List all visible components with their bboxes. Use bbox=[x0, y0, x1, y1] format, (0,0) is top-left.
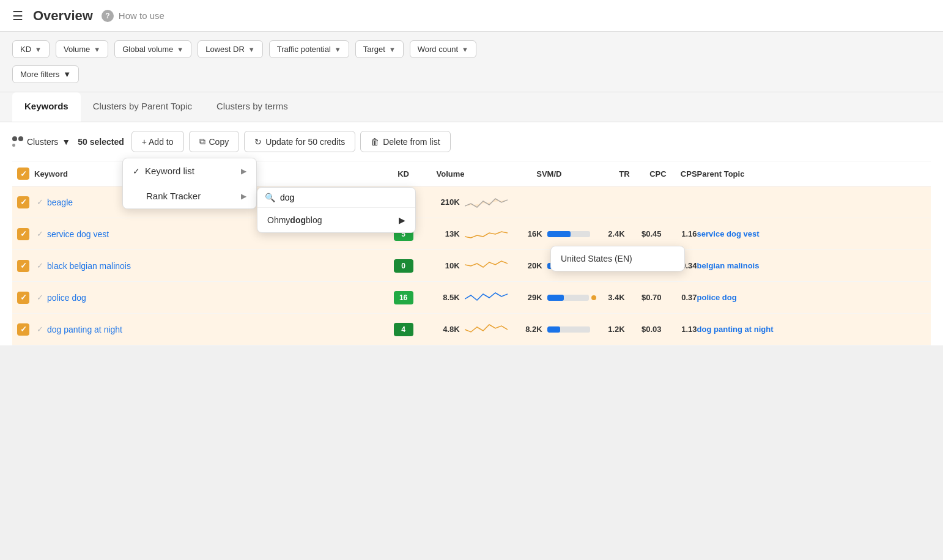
kd-badge: 0 bbox=[394, 259, 413, 273]
keyword-link[interactable]: beagle bbox=[47, 197, 73, 207]
filter-kd-label: KD bbox=[20, 45, 31, 54]
dropdown-item-keyword-list[interactable]: ✓ Keyword list ▶ bbox=[123, 158, 256, 183]
cps-value: 1.13 bbox=[681, 325, 697, 334]
dropdown-menu: ✓ Keyword list ▶ Rank Tracker ▶ bbox=[122, 158, 257, 209]
col-header-sv: SV bbox=[514, 169, 547, 179]
table-row: ✓ ✓ black belgian malinois 0 10K 20K 64K… bbox=[12, 250, 931, 282]
selected-count: 50 selected bbox=[78, 137, 124, 147]
md-bar-fill bbox=[547, 231, 571, 237]
sv-value: 29K bbox=[528, 293, 547, 302]
sv-value bbox=[542, 197, 547, 207]
rank-tracker-label: Rank Tracker bbox=[146, 191, 201, 201]
filter-volume-arrow: ▼ bbox=[94, 46, 100, 53]
chevron-right-icon: ▶ bbox=[241, 192, 246, 201]
sv-value: 20K bbox=[528, 261, 547, 270]
update-label: Update for 50 credits bbox=[265, 137, 345, 147]
help-icon[interactable]: ? bbox=[102, 10, 114, 22]
submenu-bold: dog bbox=[290, 215, 306, 225]
update-icon: ↻ bbox=[254, 137, 262, 147]
select-all-checkbox[interactable]: ✓ bbox=[17, 168, 29, 180]
row-checkbox[interactable]: ✓ bbox=[17, 228, 29, 240]
row-status-icon: ✓ bbox=[37, 325, 43, 334]
row-status-icon: ✓ bbox=[37, 293, 43, 302]
chevron-right-icon: ▶ bbox=[241, 167, 246, 175]
row-checkbox[interactable]: ✓ bbox=[17, 260, 29, 272]
sub-submenu-content: United States (EN) bbox=[550, 246, 685, 271]
submenu-content: 🔍 Ohmydogblog ▶ bbox=[257, 187, 416, 233]
cpc-value bbox=[662, 197, 667, 207]
filter-traffic-potential-label: Traffic potential bbox=[277, 45, 331, 54]
col-header-cpc: CPC bbox=[630, 169, 667, 179]
kd-badge: 4 bbox=[394, 323, 413, 336]
search-box: 🔍 bbox=[257, 188, 415, 208]
col-header-tr: TR bbox=[596, 169, 630, 179]
clusters-button[interactable]: Clusters ▼ bbox=[12, 136, 70, 147]
md-bar-fill bbox=[547, 326, 560, 333]
keyword-link[interactable]: black belgian malinois bbox=[47, 261, 131, 271]
main-content: Clusters ▼ 50 selected + Add to ⧉ Copy ↻… bbox=[0, 122, 943, 345]
md-bar bbox=[547, 326, 590, 333]
parent-topic-link[interactable]: service dog vest bbox=[697, 229, 760, 238]
volume-value: 8.5K bbox=[443, 293, 464, 302]
md-bar bbox=[547, 295, 589, 301]
chevron-right-icon: ▶ bbox=[399, 215, 405, 225]
filter-volume[interactable]: Volume ▼ bbox=[56, 40, 108, 58]
table-row: ✓ ✓ service dog vest 5 13K 16K 2.4K $0.4… bbox=[12, 218, 931, 250]
sparkline-chart bbox=[465, 224, 508, 241]
more-filters-button[interactable]: More filters ▼ bbox=[12, 65, 79, 83]
filter-lowest-dr-label: Lowest DR bbox=[205, 45, 245, 54]
table-row: ✓ ✓ dog panting at night 4 4.8K 8.2K 1.2… bbox=[12, 314, 931, 345]
parent-topic-link[interactable]: belgian malinois bbox=[697, 261, 760, 270]
tab-keywords[interactable]: Keywords bbox=[12, 92, 81, 122]
cps-value: 1.16 bbox=[681, 229, 697, 238]
filter-volume-label: Volume bbox=[64, 45, 90, 54]
row-checkbox[interactable]: ✓ bbox=[17, 292, 29, 304]
keyword-link[interactable]: service dog vest bbox=[47, 229, 109, 239]
col-header-volume: Volume bbox=[422, 169, 465, 179]
cps-value: 0.37 bbox=[681, 293, 697, 302]
update-button[interactable]: ↻ Update for 50 credits bbox=[244, 131, 355, 152]
parent-topic-link[interactable]: police dog bbox=[697, 293, 737, 302]
tab-clusters-terms[interactable]: Clusters by terms bbox=[204, 92, 300, 122]
row-checkbox[interactable]: ✓ bbox=[17, 323, 29, 336]
filter-kd[interactable]: KD ▼ bbox=[12, 40, 50, 58]
tr-value bbox=[625, 197, 630, 207]
us-en-label: United States (EN) bbox=[561, 254, 632, 263]
page-title: Overview bbox=[33, 8, 93, 24]
sparkline-chart bbox=[465, 193, 508, 210]
bar-dot bbox=[591, 295, 596, 300]
copy-label: Copy bbox=[209, 137, 229, 147]
cpc-value: $0.45 bbox=[642, 229, 667, 238]
filter-word-count-arrow: ▼ bbox=[462, 46, 468, 53]
keyword-link[interactable]: dog panting at night bbox=[47, 325, 122, 334]
add-to-button[interactable]: + Add to bbox=[131, 131, 184, 152]
search-icon: 🔍 bbox=[265, 193, 275, 202]
col-header-md: M/D bbox=[547, 169, 596, 179]
filter-global-volume-label: Global volume bbox=[122, 45, 173, 54]
tab-clusters-parent[interactable]: Clusters by Parent Topic bbox=[81, 92, 204, 122]
submenu-item-ohmydogblog[interactable]: Ohmydogblog ▶ bbox=[257, 208, 415, 232]
delete-button[interactable]: 🗑 Delete from list bbox=[360, 131, 450, 152]
filter-target[interactable]: Target ▼ bbox=[355, 40, 404, 58]
copy-button[interactable]: ⧉ Copy bbox=[189, 131, 240, 152]
sub-submenu-item-us-en[interactable]: United States (EN) bbox=[551, 246, 684, 271]
filter-traffic-potential[interactable]: Traffic potential ▼ bbox=[269, 40, 349, 58]
dropdown-item-rank-tracker[interactable]: Rank Tracker ▶ bbox=[123, 183, 256, 208]
delete-label: Delete from list bbox=[383, 137, 440, 147]
filter-global-volume[interactable]: Global volume ▼ bbox=[114, 40, 191, 58]
parent-topic-link[interactable]: dog panting at night bbox=[697, 325, 774, 334]
volume-value: 4.8K bbox=[443, 325, 464, 334]
filter-lowest-dr[interactable]: Lowest DR ▼ bbox=[198, 40, 262, 58]
how-to-use-link[interactable]: How to use bbox=[119, 10, 165, 21]
volume-value: 13K bbox=[445, 229, 465, 238]
clusters-arrow: ▼ bbox=[62, 137, 70, 147]
keyword-link[interactable]: police dog bbox=[47, 293, 86, 303]
row-checkbox[interactable]: ✓ bbox=[17, 196, 29, 208]
search-input[interactable] bbox=[280, 193, 408, 202]
filter-word-count[interactable]: Word count ▼ bbox=[410, 40, 476, 58]
col-header-kd: KD bbox=[385, 169, 422, 179]
kd-badge: 16 bbox=[394, 291, 413, 304]
hamburger-icon[interactable]: ☰ bbox=[12, 9, 23, 23]
more-filters-arrow: ▼ bbox=[63, 70, 71, 79]
sparkline-chart bbox=[465, 320, 508, 337]
